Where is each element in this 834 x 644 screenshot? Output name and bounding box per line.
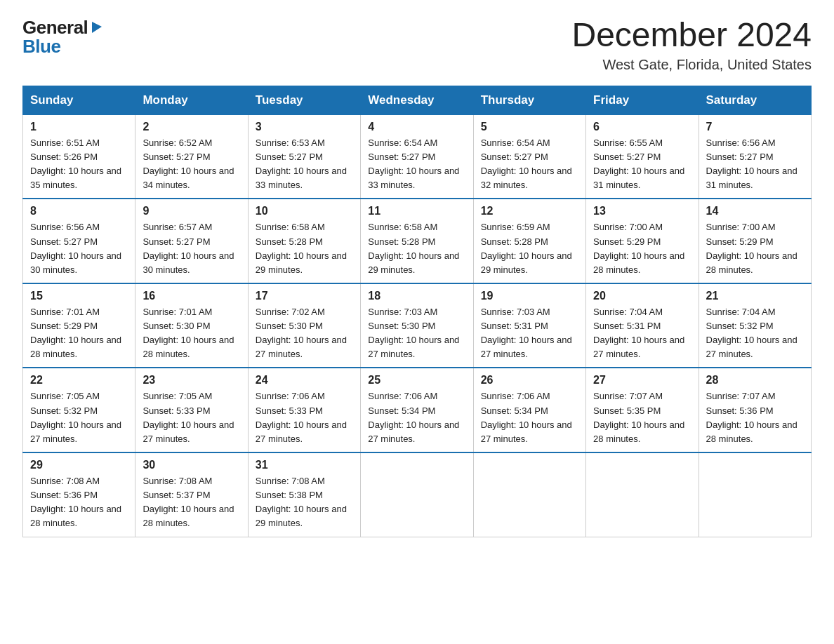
day-info: Sunrise: 6:56 AMSunset: 5:27 PMDaylight:… bbox=[706, 136, 804, 193]
calendar-cell: 17Sunrise: 7:02 AMSunset: 5:30 PMDayligh… bbox=[248, 283, 360, 368]
day-info: Sunrise: 6:59 AMSunset: 5:28 PMDaylight:… bbox=[481, 220, 578, 277]
calendar-cell bbox=[473, 452, 585, 537]
day-info: Sunrise: 7:06 AMSunset: 5:34 PMDaylight:… bbox=[368, 389, 465, 446]
day-header-wednesday: Wednesday bbox=[361, 86, 473, 114]
day-number: 8 bbox=[30, 205, 128, 217]
logo: General Blue bbox=[22, 17, 105, 58]
main-title: December 2024 bbox=[571, 17, 812, 54]
day-number: 16 bbox=[143, 290, 240, 302]
calendar-cell: 27Sunrise: 7:07 AMSunset: 5:35 PMDayligh… bbox=[586, 368, 699, 452]
day-header-saturday: Saturday bbox=[699, 86, 811, 114]
day-info: Sunrise: 7:05 AMSunset: 5:33 PMDaylight:… bbox=[143, 389, 240, 446]
subtitle: West Gate, Florida, United States bbox=[571, 57, 812, 73]
calendar-cell: 19Sunrise: 7:03 AMSunset: 5:31 PMDayligh… bbox=[473, 283, 585, 368]
logo-blue-text: Blue bbox=[22, 36, 60, 57]
day-info: Sunrise: 7:08 AMSunset: 5:36 PMDaylight:… bbox=[30, 474, 128, 531]
day-info: Sunrise: 7:04 AMSunset: 5:32 PMDaylight:… bbox=[706, 305, 804, 362]
day-info: Sunrise: 7:06 AMSunset: 5:34 PMDaylight:… bbox=[481, 389, 578, 446]
day-number: 15 bbox=[30, 290, 128, 302]
day-info: Sunrise: 6:54 AMSunset: 5:27 PMDaylight:… bbox=[481, 136, 578, 193]
day-info: Sunrise: 7:03 AMSunset: 5:30 PMDaylight:… bbox=[368, 305, 465, 362]
calendar-cell: 1Sunrise: 6:51 AMSunset: 5:26 PMDaylight… bbox=[23, 114, 135, 199]
day-number: 28 bbox=[706, 374, 804, 387]
day-header-friday: Friday bbox=[586, 86, 699, 114]
calendar-cell: 28Sunrise: 7:07 AMSunset: 5:36 PMDayligh… bbox=[699, 368, 811, 452]
day-info: Sunrise: 7:02 AMSunset: 5:30 PMDaylight:… bbox=[256, 305, 353, 362]
day-number: 5 bbox=[481, 121, 578, 133]
calendar-week-row: 22Sunrise: 7:05 AMSunset: 5:32 PMDayligh… bbox=[23, 368, 812, 452]
calendar-cell: 12Sunrise: 6:59 AMSunset: 5:28 PMDayligh… bbox=[473, 199, 585, 283]
calendar-week-row: 29Sunrise: 7:08 AMSunset: 5:36 PMDayligh… bbox=[23, 452, 812, 537]
day-info: Sunrise: 7:08 AMSunset: 5:37 PMDaylight:… bbox=[143, 474, 240, 531]
day-info: Sunrise: 7:04 AMSunset: 5:31 PMDaylight:… bbox=[593, 305, 691, 362]
day-number: 20 bbox=[593, 290, 691, 302]
day-number: 21 bbox=[706, 290, 804, 302]
day-info: Sunrise: 6:54 AMSunset: 5:27 PMDaylight:… bbox=[368, 136, 465, 193]
calendar-cell: 14Sunrise: 7:00 AMSunset: 5:29 PMDayligh… bbox=[699, 199, 811, 283]
day-info: Sunrise: 7:07 AMSunset: 5:35 PMDaylight:… bbox=[593, 389, 691, 446]
day-number: 27 bbox=[593, 374, 691, 387]
svg-marker-0 bbox=[92, 22, 102, 33]
day-info: Sunrise: 7:01 AMSunset: 5:30 PMDaylight:… bbox=[143, 305, 240, 362]
page: General Blue December 2024 West Gate, Fl… bbox=[0, 0, 834, 554]
calendar-cell: 24Sunrise: 7:06 AMSunset: 5:33 PMDayligh… bbox=[248, 368, 360, 452]
calendar-cell bbox=[699, 452, 811, 537]
day-info: Sunrise: 6:58 AMSunset: 5:28 PMDaylight:… bbox=[256, 220, 353, 277]
day-info: Sunrise: 7:03 AMSunset: 5:31 PMDaylight:… bbox=[481, 305, 578, 362]
day-number: 2 bbox=[143, 121, 240, 133]
calendar-cell: 22Sunrise: 7:05 AMSunset: 5:32 PMDayligh… bbox=[23, 368, 135, 452]
day-number: 30 bbox=[143, 459, 240, 471]
day-number: 31 bbox=[256, 459, 353, 471]
day-info: Sunrise: 7:00 AMSunset: 5:29 PMDaylight:… bbox=[593, 220, 691, 277]
day-info: Sunrise: 6:51 AMSunset: 5:26 PMDaylight:… bbox=[30, 136, 128, 193]
calendar-cell: 18Sunrise: 7:03 AMSunset: 5:30 PMDayligh… bbox=[361, 283, 473, 368]
day-number: 7 bbox=[706, 121, 804, 133]
calendar-cell: 13Sunrise: 7:00 AMSunset: 5:29 PMDayligh… bbox=[586, 199, 699, 283]
day-info: Sunrise: 6:52 AMSunset: 5:27 PMDaylight:… bbox=[143, 136, 240, 193]
calendar-cell: 23Sunrise: 7:05 AMSunset: 5:33 PMDayligh… bbox=[135, 368, 248, 452]
calendar-cell: 29Sunrise: 7:08 AMSunset: 5:36 PMDayligh… bbox=[23, 452, 135, 537]
calendar-cell: 16Sunrise: 7:01 AMSunset: 5:30 PMDayligh… bbox=[135, 283, 248, 368]
day-header-monday: Monday bbox=[135, 86, 248, 114]
calendar-cell: 4Sunrise: 6:54 AMSunset: 5:27 PMDaylight… bbox=[361, 114, 473, 199]
calendar-cell: 25Sunrise: 7:06 AMSunset: 5:34 PMDayligh… bbox=[361, 368, 473, 452]
day-number: 23 bbox=[143, 374, 240, 387]
header: General Blue December 2024 West Gate, Fl… bbox=[22, 17, 812, 73]
day-number: 6 bbox=[593, 121, 691, 133]
calendar-cell: 5Sunrise: 6:54 AMSunset: 5:27 PMDaylight… bbox=[473, 114, 585, 199]
day-number: 29 bbox=[30, 459, 128, 471]
calendar-cell: 21Sunrise: 7:04 AMSunset: 5:32 PMDayligh… bbox=[699, 283, 811, 368]
calendar-cell: 11Sunrise: 6:58 AMSunset: 5:28 PMDayligh… bbox=[361, 199, 473, 283]
day-info: Sunrise: 6:57 AMSunset: 5:27 PMDaylight:… bbox=[143, 220, 240, 277]
day-info: Sunrise: 6:58 AMSunset: 5:28 PMDaylight:… bbox=[368, 220, 465, 277]
day-info: Sunrise: 7:05 AMSunset: 5:32 PMDaylight:… bbox=[30, 389, 128, 446]
calendar-cell bbox=[361, 452, 473, 537]
day-number: 1 bbox=[30, 121, 128, 133]
day-number: 18 bbox=[368, 290, 465, 302]
day-number: 14 bbox=[706, 205, 804, 217]
logo-arrow-icon bbox=[89, 19, 105, 34]
day-number: 9 bbox=[143, 205, 240, 217]
day-number: 13 bbox=[593, 205, 691, 217]
calendar-cell: 8Sunrise: 6:56 AMSunset: 5:27 PMDaylight… bbox=[23, 199, 135, 283]
calendar-cell: 26Sunrise: 7:06 AMSunset: 5:34 PMDayligh… bbox=[473, 368, 585, 452]
calendar-cell: 15Sunrise: 7:01 AMSunset: 5:29 PMDayligh… bbox=[23, 283, 135, 368]
calendar: SundayMondayTuesdayWednesdayThursdayFrid… bbox=[22, 86, 812, 537]
day-header-sunday: Sunday bbox=[23, 86, 135, 114]
day-info: Sunrise: 6:55 AMSunset: 5:27 PMDaylight:… bbox=[593, 136, 691, 193]
calendar-cell: 3Sunrise: 6:53 AMSunset: 5:27 PMDaylight… bbox=[248, 114, 360, 199]
calendar-cell: 30Sunrise: 7:08 AMSunset: 5:37 PMDayligh… bbox=[135, 452, 248, 537]
day-info: Sunrise: 7:01 AMSunset: 5:29 PMDaylight:… bbox=[30, 305, 128, 362]
calendar-cell: 9Sunrise: 6:57 AMSunset: 5:27 PMDaylight… bbox=[135, 199, 248, 283]
day-info: Sunrise: 7:08 AMSunset: 5:38 PMDaylight:… bbox=[256, 474, 353, 531]
day-number: 11 bbox=[368, 205, 465, 217]
calendar-cell: 7Sunrise: 6:56 AMSunset: 5:27 PMDaylight… bbox=[699, 114, 811, 199]
day-number: 4 bbox=[368, 121, 465, 133]
day-header-tuesday: Tuesday bbox=[248, 86, 360, 114]
calendar-cell: 31Sunrise: 7:08 AMSunset: 5:38 PMDayligh… bbox=[248, 452, 360, 537]
day-number: 19 bbox=[481, 290, 578, 302]
calendar-week-row: 1Sunrise: 6:51 AMSunset: 5:26 PMDaylight… bbox=[23, 114, 812, 199]
day-info: Sunrise: 6:56 AMSunset: 5:27 PMDaylight:… bbox=[30, 220, 128, 277]
day-info: Sunrise: 7:00 AMSunset: 5:29 PMDaylight:… bbox=[706, 220, 804, 277]
calendar-header-row: SundayMondayTuesdayWednesdayThursdayFrid… bbox=[23, 86, 812, 114]
